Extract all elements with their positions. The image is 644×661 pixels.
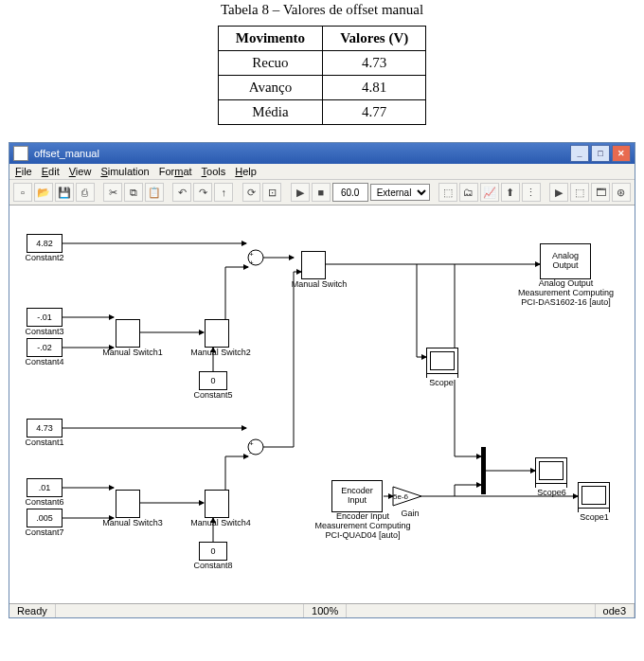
- app-icon: [13, 146, 28, 161]
- constant5-label: Constant5: [189, 390, 237, 400]
- menu-help[interactable]: Help: [235, 166, 257, 177]
- tool-icon[interactable]: ⊛: [612, 183, 631, 202]
- tool-icon[interactable]: ⬚: [570, 183, 589, 202]
- build-icon[interactable]: ⊡: [262, 183, 281, 202]
- titlebar[interactable]: offset_manual _ □ ✕: [9, 143, 635, 164]
- manual-switch3-block[interactable]: [116, 490, 140, 518]
- constant1-block[interactable]: 4.73: [27, 419, 63, 438]
- close-button[interactable]: ✕: [612, 145, 631, 162]
- svg-rect-7: [481, 447, 486, 494]
- status-left: Ready: [9, 604, 56, 617]
- manual-switch2-label: Manual Switch2: [188, 348, 254, 357]
- scope6-label: Scope6: [530, 488, 573, 497]
- constant4-block[interactable]: -.02: [27, 338, 63, 357]
- menubar: File Edit View Simulation Format Tools H…: [9, 164, 635, 179]
- scope1-label: Scope1: [573, 512, 616, 522]
- tool-icon[interactable]: 🗂: [459, 183, 478, 202]
- encoder-input-block[interactable]: Encoder Input: [331, 480, 383, 512]
- menu-file[interactable]: File: [15, 166, 32, 177]
- stoptime-field[interactable]: [332, 183, 368, 202]
- tool-icon[interactable]: 📈: [480, 183, 499, 202]
- svg-text:+: +: [249, 250, 254, 259]
- table-caption: Tabela 8 – Valores de offset manual: [0, 0, 644, 26]
- constant7-block[interactable]: .005: [27, 509, 63, 527]
- analog-output-label: Analog Output Measurement Computing PCI-…: [511, 279, 620, 308]
- scope-label: Scope: [422, 378, 460, 387]
- paste-icon[interactable]: 📋: [145, 183, 164, 202]
- tool-icon[interactable]: ⋮: [522, 183, 541, 202]
- manual-switch1-block[interactable]: [116, 319, 140, 348]
- mode-select[interactable]: External: [370, 184, 430, 201]
- svg-text:+: +: [249, 439, 254, 448]
- constant6-label: Constant6: [21, 497, 68, 507]
- menu-edit[interactable]: Edit: [42, 166, 60, 177]
- manual-switch4-label: Manual Switch4: [188, 518, 254, 527]
- refresh-icon[interactable]: ⟳: [242, 183, 261, 202]
- cut-icon[interactable]: ✂: [103, 183, 122, 202]
- constant2-label: Constant2: [21, 253, 68, 262]
- maximize-button[interactable]: □: [591, 145, 610, 162]
- th-valores: Valores (V): [323, 27, 426, 51]
- scope-block[interactable]: [426, 348, 458, 378]
- scope6-block[interactable]: [535, 457, 567, 488]
- manual-switch-label: Manual Switch: [286, 279, 352, 289]
- constant5-block[interactable]: 0: [199, 371, 227, 390]
- menu-view[interactable]: View: [69, 166, 92, 177]
- offset-table: Movimento Valores (V) Recuo4.73 Avanço4.…: [218, 26, 426, 125]
- constant2-block[interactable]: 4.82: [27, 234, 63, 253]
- constant8-label: Constant8: [189, 561, 237, 570]
- table-head-row: Movimento Valores (V): [218, 27, 425, 51]
- tool-icon[interactable]: ⬚: [438, 183, 457, 202]
- simulink-window: offset_manual _ □ ✕ File Edit View Simul…: [9, 142, 635, 618]
- gain-label: Gain: [396, 509, 424, 518]
- table-row: Avanço4.81: [218, 76, 425, 100]
- status-zoom: 100%: [304, 604, 347, 617]
- svg-text:+: +: [249, 259, 254, 267]
- table-row: Recuo4.73: [218, 51, 425, 76]
- menu-tools[interactable]: Tools: [202, 166, 226, 177]
- manual-switch3-label: Manual Switch3: [99, 518, 166, 527]
- manual-switch4-block[interactable]: [205, 490, 229, 518]
- statusbar: Ready 100% ode3: [9, 603, 635, 617]
- scope1-block[interactable]: [578, 482, 610, 512]
- up-icon[interactable]: ↑: [214, 183, 233, 202]
- analog-output-block[interactable]: Analog Output: [540, 243, 591, 279]
- svg-text:-: -: [249, 448, 252, 456]
- redo-icon[interactable]: ↷: [193, 183, 212, 202]
- window-title: offset_manual: [34, 148, 99, 159]
- constant3-label: Constant3: [21, 327, 68, 336]
- constant3-block[interactable]: -.01: [27, 308, 63, 327]
- model-canvas[interactable]: ++ +- 5e-6: [9, 205, 635, 603]
- tool-icon[interactable]: 🗔: [591, 183, 610, 202]
- manual-switch-block[interactable]: [301, 251, 326, 279]
- undo-icon[interactable]: ↶: [172, 183, 191, 202]
- save-icon[interactable]: 💾: [55, 183, 74, 202]
- constant7-label: Constant7: [21, 527, 68, 537]
- copy-icon[interactable]: ⧉: [124, 183, 143, 202]
- constant4-label: Constant4: [21, 357, 68, 366]
- menu-simulation[interactable]: Simulation: [100, 166, 149, 177]
- tool-icon[interactable]: ⬆: [501, 183, 520, 202]
- toolbar: ▫ 📂 💾 ⎙ ✂ ⧉ 📋 ↶ ↷ ↑ ⟳ ⊡ ▶ ■ External ⬚ 🗂…: [9, 179, 635, 205]
- tool-icon[interactable]: ▶: [549, 183, 568, 202]
- menu-format[interactable]: Format: [159, 166, 192, 177]
- constant6-block[interactable]: .01: [27, 478, 63, 497]
- constant8-block[interactable]: 0: [199, 542, 227, 561]
- run-icon[interactable]: ▶: [291, 183, 310, 202]
- status-solver: ode3: [596, 604, 635, 617]
- constant1-label: Constant1: [21, 438, 68, 447]
- minimize-button[interactable]: _: [570, 145, 589, 162]
- new-icon[interactable]: ▫: [13, 183, 32, 202]
- table-row: Média4.77: [218, 100, 425, 125]
- stop-icon[interactable]: ■: [312, 183, 331, 202]
- manual-switch1-label: Manual Switch1: [99, 348, 166, 357]
- manual-switch2-block[interactable]: [205, 319, 229, 348]
- print-icon[interactable]: ⎙: [76, 183, 95, 202]
- open-icon[interactable]: 📂: [34, 183, 53, 202]
- th-movimento: Movimento: [218, 27, 322, 51]
- svg-text:5e-6: 5e-6: [393, 492, 409, 501]
